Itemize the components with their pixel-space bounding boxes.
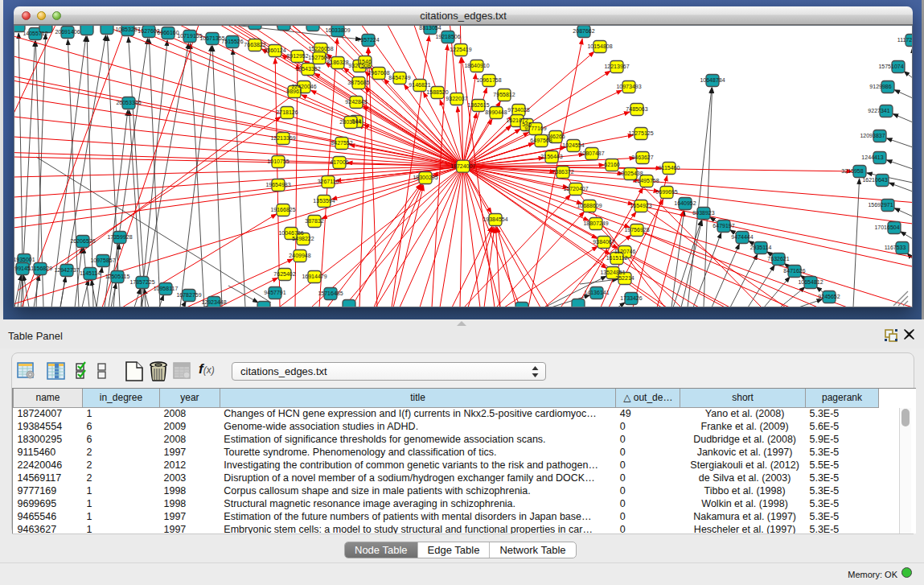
svg-text:1733426: 1733426 [620,295,642,301]
svg-text:1654923: 1654923 [630,203,651,208]
svg-text:62160: 62160 [604,162,620,167]
svg-text:1640952: 1640952 [674,200,696,206]
svg-text:5498222: 5498222 [292,236,314,241]
svg-text:10973493: 10973493 [616,84,641,89]
svg-text:19654983: 19654983 [265,182,290,187]
svg-text:19756928: 19756928 [624,227,649,233]
svg-text:17857225: 17857225 [129,279,154,285]
svg-text:9734028: 9734028 [507,107,529,113]
svg-text:18724007: 18724007 [450,163,475,169]
svg-text:15751074: 15751074 [878,64,903,69]
svg-text:12275125: 12275125 [628,130,653,136]
svg-text:12505115: 12505115 [105,274,130,279]
svg-text:10154808: 10154808 [587,43,612,49]
svg-text:10958117: 10958117 [154,286,179,291]
svg-text:1167533: 1167533 [885,245,906,250]
svg-text:15720407: 15720407 [563,186,588,192]
svg-text:1225419: 1225419 [450,47,471,52]
svg-text:2718126: 2718126 [276,109,298,115]
svg-text:10654812: 10654812 [798,279,823,285]
svg-text:10025438: 10025438 [618,171,643,176]
svg-text:0699695: 0699695 [655,189,677,195]
svg-text:1353594: 1353594 [313,198,335,204]
svg-text:6966160: 6966160 [157,30,179,35]
svg-text:10807487: 10807487 [579,150,604,156]
svg-text:2935114: 2935114 [750,245,772,250]
svg-text:7632621: 7632621 [767,256,789,262]
svg-text:12213369: 12213369 [270,135,295,141]
svg-text:9777169: 9777169 [524,126,546,131]
svg-text:3875685: 3875685 [347,80,369,85]
svg-text:7663822: 7663822 [244,42,265,47]
svg-text:17359928: 17359928 [107,234,132,240]
svg-text:252214: 252214 [615,275,634,281]
svg-text:3215958: 3215958 [841,168,863,174]
svg-text:8471626: 8471626 [783,268,805,274]
svg-text:2967608: 2967608 [368,70,389,76]
svg-text:10648784: 10648784 [700,77,725,83]
svg-text:417006: 417006 [330,159,348,165]
svg-text:1546: 1546 [359,59,372,64]
svg-text:7357224: 7357224 [357,37,379,43]
svg-text:9242848: 9242848 [345,99,367,105]
svg-text:1120746: 1120746 [614,249,636,254]
svg-text:98961: 98961 [286,89,302,94]
svg-text:11156829: 11156829 [28,266,52,271]
svg-text:26053346: 26053346 [116,100,141,105]
svg-text:1145114: 1145114 [80,270,101,276]
svg-text:8912952: 8912952 [286,53,308,59]
svg-text:12213967: 12213967 [604,64,629,69]
svg-text:10853287: 10853287 [115,27,140,32]
svg-text:9227341: 9227341 [868,108,889,113]
svg-text:8990448: 8990448 [485,109,507,115]
svg-text:9245652: 9245652 [818,294,840,299]
svg-text:10688609: 10688609 [577,203,602,208]
svg-text:7386372: 7386372 [552,169,573,175]
svg-text:387832: 387832 [305,218,323,224]
svg-text:19218506: 19218506 [435,34,460,39]
svg-text:1615112: 1615112 [606,255,628,261]
svg-text:19166825: 19166825 [270,207,295,212]
svg-text:12942737: 12942737 [54,267,79,273]
svg-text:10046786: 10046786 [278,230,303,236]
svg-text:7955812: 7955812 [493,92,515,97]
svg-text:8427552: 8427552 [331,140,352,146]
svg-text:16782759: 16782759 [176,292,201,298]
svg-text:9129986: 9129986 [869,84,891,89]
svg-text:10975857: 10975857 [90,257,115,263]
svg-text:18640910: 18640910 [464,63,489,68]
svg-text:11172: 11172 [897,37,913,43]
svg-text:18807249: 18807249 [583,220,608,226]
svg-text:1010755: 1010755 [267,159,289,164]
svg-text:9463627: 9463627 [631,154,653,160]
svg-text:7485063: 7485063 [626,106,647,112]
svg-text:9860124: 9860124 [264,47,285,53]
svg-text:1935001: 1935001 [14,257,35,262]
svg-text:1362615: 1362615 [467,102,489,108]
svg-text:3267110: 3267110 [318,179,339,184]
svg-text:9384067: 9384067 [593,239,614,245]
svg-text:16033809: 16033809 [325,27,350,33]
svg-text:19384554: 19384554 [483,216,507,222]
svg-text:17016504: 17016504 [874,225,899,230]
svg-text:15692971: 15692971 [868,202,893,208]
svg-text:2409948: 2409948 [289,253,310,258]
svg-text:14055712: 14055712 [23,31,47,36]
svg-text:16914479: 16914479 [302,274,326,279]
svg-text:15716485: 15716485 [318,290,343,296]
svg-text:9115460: 9115460 [659,165,680,171]
svg-text:7625402: 7625402 [273,271,295,277]
svg-text:8186328: 8186328 [326,60,348,65]
svg-text:8938923: 8938923 [692,210,714,216]
svg-text:9322037: 9322037 [446,96,467,101]
svg-text:10719155: 10719155 [177,33,202,39]
svg-text:8454749: 8454749 [388,75,410,80]
svg-text:12093837: 12093837 [860,133,885,138]
svg-text:12923448: 12923448 [201,299,226,305]
svg-text:10961758: 10961758 [476,77,501,83]
svg-text:8813054: 8813054 [419,25,441,31]
svg-text:20691406: 20691406 [55,29,80,35]
svg-text:14136141: 14136141 [584,290,609,295]
svg-text:26206576: 26206576 [70,238,95,244]
svg-text:13524851: 13524851 [600,270,625,275]
